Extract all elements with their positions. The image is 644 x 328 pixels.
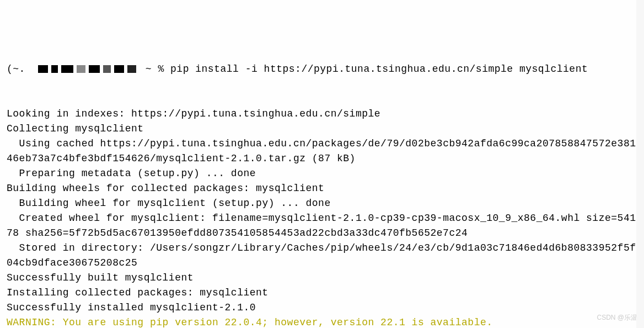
terminal-output[interactable]: (~. ~ % pip install -i https://pypi.tuna…	[7, 62, 637, 328]
output-line: Stored in directory: /Users/songzr/Libra…	[7, 242, 636, 268]
redacted-user-host: (~.	[7, 64, 38, 75]
scrollbar[interactable]	[636, 0, 644, 328]
redacted-blocks	[38, 62, 139, 77]
watermark: CSDN @乐温	[597, 313, 637, 322]
warning-line: WARNING: You are using pip version 22.0.…	[7, 317, 493, 328]
output-line: Building wheel for mysqlclient (setup.py…	[7, 198, 331, 209]
command-prompt-line: (~. ~ % pip install -i https://pypi.tuna…	[7, 62, 637, 77]
output-line: Successfully installed mysqlclient-2.1.0	[7, 302, 256, 313]
output-line: Using cached https://pypi.tuna.tsinghua.…	[7, 138, 636, 164]
command-text: pip install -i https://pypi.tuna.tsinghu…	[170, 64, 588, 75]
output-line: Looking in indexes: https://pypi.tuna.ts…	[7, 108, 380, 119]
output-line: Collecting mysqlclient	[7, 123, 144, 134]
output-line: Preparing metadata (setup.py) ... done	[7, 168, 256, 179]
scrollbar-thumb[interactable]	[637, 1, 643, 26]
output-line: Building wheels for collected packages: …	[7, 183, 324, 194]
output-line: Created wheel for mysqlclient: filename=…	[7, 213, 636, 239]
prompt-path: ~ %	[146, 64, 170, 75]
output-line: Installing collected packages: mysqlclie…	[7, 287, 269, 298]
output-line: Successfully built mysqlclient	[7, 272, 194, 283]
